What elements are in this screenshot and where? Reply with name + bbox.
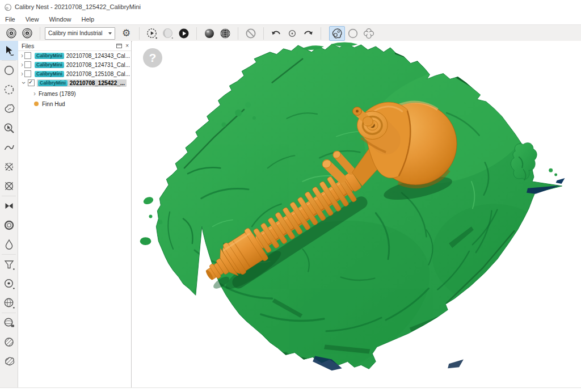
chevron-down-icon <box>108 32 112 35</box>
scanner-badge: CalibryMini <box>35 53 64 59</box>
tool-droplet[interactable] <box>0 235 18 254</box>
hud-row[interactable]: Finn Hud <box>18 99 131 108</box>
close-panel-icon[interactable]: × <box>125 43 129 49</box>
expand-chevron-icon[interactable]: › <box>21 71 23 77</box>
tool-freeform-select[interactable] <box>0 99 18 119</box>
file-checkbox[interactable] <box>24 52 31 59</box>
undo-button[interactable] <box>268 26 284 41</box>
disable-button[interactable] <box>243 26 259 41</box>
sphere-icon <box>203 27 216 40</box>
tool-select-cursor[interactable] <box>0 41 18 60</box>
tool-ellipse-select[interactable] <box>0 61 18 80</box>
play-filled-icon <box>178 27 190 40</box>
help-question-icon: ? <box>149 51 157 65</box>
toolbar-separator <box>263 27 264 40</box>
file-checkbox-checked[interactable] <box>28 79 35 86</box>
menu-help[interactable]: Help <box>77 15 100 24</box>
scanner-add-button[interactable] <box>3 26 19 41</box>
gear-icon: ⚙ <box>122 28 130 38</box>
help-button[interactable]: ? <box>143 48 162 68</box>
file-row-selected[interactable]: › CalibryMini20210708_125422_... <box>18 78 131 87</box>
file-checkbox[interactable] <box>24 61 31 68</box>
menu-view[interactable]: View <box>20 15 44 24</box>
float-panel-icon[interactable] <box>116 43 122 48</box>
collapse-chevron-icon[interactable]: › <box>21 80 27 86</box>
scanner-download-button[interactable] <box>19 26 35 41</box>
ring-icon <box>3 219 15 231</box>
tool-filter[interactable] <box>0 255 18 274</box>
scanner-profile-select[interactable]: Calibry mini Industrial <box>45 27 115 40</box>
tool-zoom-select[interactable] <box>0 119 18 138</box>
file-checkbox[interactable] <box>24 70 31 77</box>
tool-target[interactable] <box>0 274 18 293</box>
expand-chevron-icon[interactable]: › <box>21 62 23 68</box>
3d-viewport[interactable]: ? <box>132 41 581 387</box>
scanner-profile-value: Calibry mini Industrial <box>48 30 103 36</box>
record-button[interactable] <box>176 26 192 41</box>
tool-sphere-erase[interactable] <box>0 332 18 352</box>
window-bottom-strip <box>0 387 581 392</box>
tool-cut-inside[interactable] <box>0 157 18 176</box>
menu-window[interactable]: Window <box>44 15 76 24</box>
toolbar-separator <box>238 27 238 40</box>
redo-arrow-icon <box>302 27 314 40</box>
orange-dot-icon <box>34 102 39 106</box>
files-panel-header: Files × <box>18 41 131 51</box>
menu-file[interactable]: File <box>0 15 20 24</box>
tool-mesh-erase[interactable] <box>0 352 18 371</box>
model-view-button[interactable] <box>329 26 345 41</box>
profile-settings-button[interactable]: ⚙ <box>119 26 134 41</box>
file-row[interactable]: › CalibryMini20210708_124343_Cal... <box>18 51 131 60</box>
tool-dashed-ellipse-select[interactable] <box>0 80 18 99</box>
file-row[interactable]: › CalibryMini20210708_125108_Cal... <box>18 69 131 78</box>
scanner-badge: CalibryMini <box>35 62 64 68</box>
circle-view-button[interactable] <box>345 26 361 41</box>
file-name: 20210708_125108_Cal... <box>66 71 130 77</box>
toolbar-separator <box>196 27 197 40</box>
tool-sphere-move[interactable] <box>0 313 18 332</box>
scan-blob-icon <box>331 27 343 40</box>
toolbar-separator <box>139 27 140 40</box>
half-moon-circle-icon <box>162 27 174 40</box>
droplet-icon <box>3 238 15 251</box>
file-row[interactable]: › CalibryMini20210708_124731_Cal... <box>18 60 131 69</box>
circle-outline-icon <box>347 27 359 40</box>
undo-arrow-icon <box>270 27 283 40</box>
solid-view-button[interactable] <box>201 26 217 41</box>
mesh-sphere-icon <box>219 27 231 40</box>
target-icon <box>3 277 15 290</box>
files-panel: Files × › CalibryMini20210708_124343_Cal… <box>18 41 132 387</box>
exposure-button[interactable] <box>160 26 176 41</box>
frames-row[interactable]: › Frames (1789) <box>18 89 131 98</box>
tool-cut-outside[interactable] <box>0 176 18 196</box>
preview-button[interactable] <box>144 26 160 41</box>
3d-scene-canvas[interactable] <box>132 41 581 387</box>
clover-icon <box>363 27 375 40</box>
scanner-badge: CalibryMini <box>35 71 64 77</box>
view-reset-button[interactable] <box>284 26 300 41</box>
no-entry-icon <box>245 27 257 40</box>
files-panel-title: Files <box>20 43 113 49</box>
tool-ring[interactable] <box>0 216 18 235</box>
toolbar-separator <box>40 27 40 40</box>
calibry-scanner-icon <box>21 27 33 40</box>
redo-button[interactable] <box>300 26 316 41</box>
tool-curve-select[interactable] <box>0 138 18 157</box>
toolbar-separator <box>321 27 321 40</box>
sphere-handle-icon <box>3 317 15 329</box>
file-name: 20210708_124731_Cal... <box>66 62 130 68</box>
bowtie-icon <box>3 200 15 212</box>
expand-chevron-icon[interactable]: › <box>32 91 37 96</box>
ellipse-icon <box>3 64 15 77</box>
registration-button[interactable] <box>361 26 377 41</box>
expand-chevron-icon[interactable]: › <box>21 53 23 58</box>
tool-globe[interactable] <box>0 293 18 313</box>
tool-clipping-planes[interactable] <box>0 196 18 216</box>
cursor-icon <box>3 44 15 57</box>
mesh-view-button[interactable] <box>217 26 233 41</box>
hatched-sphere-icon <box>3 336 15 348</box>
frames-label: Frames (1789) <box>39 91 76 97</box>
funnel-icon <box>3 258 15 271</box>
globe-icon <box>3 297 15 309</box>
freeform-blob-icon <box>3 103 15 115</box>
